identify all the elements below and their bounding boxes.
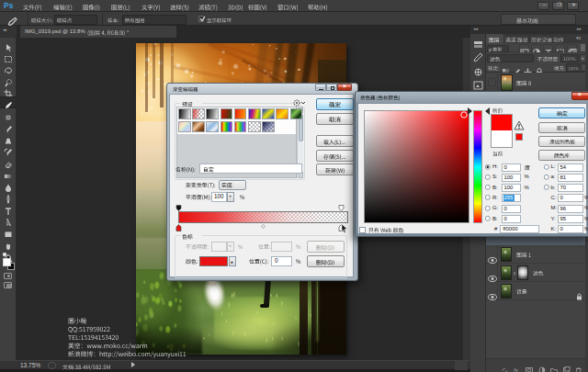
svg-text:fx: fx [514,366,519,372]
